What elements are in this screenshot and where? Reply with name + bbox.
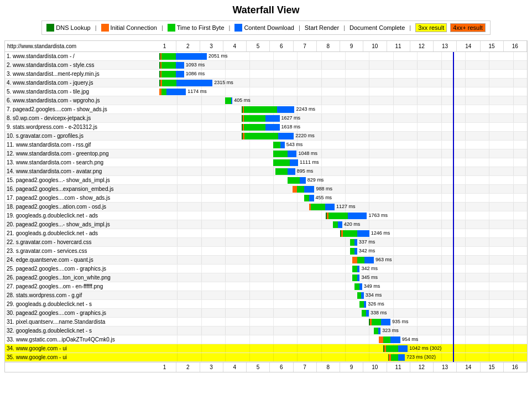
chart-row: 405 ms xyxy=(153,96,527,105)
bar-download xyxy=(359,283,362,290)
chart-row: 954 ms xyxy=(153,335,527,344)
time-label: 342 ms xyxy=(359,248,375,253)
time-label: 935 ms xyxy=(392,319,409,324)
tick-3: 3 xyxy=(200,41,223,51)
bar-download xyxy=(265,124,280,131)
url-row: 2. www.standardista.com - style.css xyxy=(5,61,153,70)
time-label: 2315 ms xyxy=(214,80,233,85)
bar-download xyxy=(278,133,294,139)
time-label: 345 ms xyxy=(361,274,378,280)
chart-row: 829 ms xyxy=(153,176,527,185)
bar-download xyxy=(290,159,298,166)
bar-download xyxy=(176,53,207,60)
url-row: 34. www.google.com - ui xyxy=(5,344,153,353)
bar-download xyxy=(366,310,369,317)
tick-footer: 12345678910111213141516 xyxy=(153,362,527,372)
url-rows-container: 1. www.standardista.com - /2. www.standa… xyxy=(5,52,153,362)
chart-row: 326 ms xyxy=(153,300,527,309)
bar-download xyxy=(398,345,408,352)
url-row: 26. pagead2.googles...ton_icon_white.png xyxy=(5,273,153,282)
initial-color-box xyxy=(101,24,109,32)
legend: DNS Lookup | Initial Connection | Time t… xyxy=(41,20,490,35)
chart-row: 338 ms xyxy=(153,309,527,318)
bar-download xyxy=(176,71,184,77)
time-label: 337 ms xyxy=(359,239,375,245)
url-row: 9. stats.wordpress.com - e-201312.js xyxy=(5,123,153,132)
legend-render: Start Render xyxy=(305,24,339,31)
download-color-box xyxy=(234,24,242,32)
tick-4: 4 xyxy=(223,41,247,51)
tick-footer-7: 7 xyxy=(294,362,317,372)
legend-download: Content Download xyxy=(234,24,294,32)
bar-ttfb xyxy=(374,328,378,334)
tick-9: 9 xyxy=(340,41,363,51)
bar-ttfb xyxy=(350,248,355,255)
bar-download xyxy=(176,80,212,86)
time-label: 2220 ms xyxy=(295,133,315,138)
bar-ttfb xyxy=(311,204,325,210)
legend-dns: DNS Lookup xyxy=(46,24,90,32)
url-row: 1. www.standardista.com - / xyxy=(5,52,153,61)
bar-ttfb xyxy=(161,62,176,69)
tick-1: 1 xyxy=(153,41,176,51)
bar-ttfb xyxy=(244,133,278,139)
time-label: 338 ms xyxy=(371,310,387,315)
bar-download xyxy=(357,230,369,237)
url-row: 32. googleads.g.doubleclick.net - s xyxy=(5,327,153,335)
chart-row: 342 ms xyxy=(153,265,527,273)
chart-row: 420 ms xyxy=(153,220,527,229)
bar-ttfb xyxy=(275,168,288,175)
chart-row: 1174 ms xyxy=(153,87,527,96)
legend-ttfb-label: Time to First Byte xyxy=(177,24,225,31)
bar-ttfb xyxy=(273,159,290,166)
bar-download xyxy=(348,213,367,219)
bar-download xyxy=(277,106,294,113)
chart-row: 1042 ms (302) xyxy=(153,344,527,353)
chart-row: 1111 ms xyxy=(153,158,527,167)
url-row: 4. www.standardista.com - jquery.js xyxy=(5,79,153,87)
url-row: 5. www.standardista.com - tile.jpg xyxy=(5,87,153,96)
legend-download-label: Content Download xyxy=(244,24,294,31)
time-label: 1174 ms xyxy=(187,89,207,94)
tick-15: 15 xyxy=(481,41,504,51)
url-row: 17. pagead2.googles....com - show_ads.js xyxy=(5,194,153,203)
bar-ttfb xyxy=(244,115,265,122)
url-row: 31. pixel.quantserv....name.Standardista xyxy=(5,318,153,327)
bar-ttfb xyxy=(354,283,359,290)
bar-initial xyxy=(352,257,357,263)
chart-row: 935 ms xyxy=(153,318,527,327)
legend-dns-label: DNS Lookup xyxy=(56,24,90,31)
bar-ttfb xyxy=(391,354,398,361)
chart-row: 963 ms xyxy=(153,256,527,265)
page-title: Waterfall View xyxy=(4,4,528,16)
bar-download xyxy=(288,151,296,157)
tick-footer-16: 16 xyxy=(504,362,527,372)
time-label: 2243 ms xyxy=(296,106,315,112)
url-row: 19. googleads.g.doubleclick.net - ads xyxy=(5,211,153,220)
bar-initial xyxy=(293,186,298,193)
bar-ttfb xyxy=(383,336,390,343)
url-row: 28. stats.wordpress.com - g.gif xyxy=(5,291,153,300)
bar-download xyxy=(304,186,314,193)
chart-row: 1086 ms xyxy=(153,70,527,79)
chart-rows-container: 2051 ms1093 ms1086 ms2315 ms1174 ms405 m… xyxy=(153,52,527,362)
bar-ttfb xyxy=(244,106,278,113)
chart-row: 723 ms (302) xyxy=(153,353,527,362)
time-label: 543 ms xyxy=(286,142,303,147)
tick-16: 16 xyxy=(504,41,527,51)
time-label: 1763 ms xyxy=(368,213,388,218)
url-row: 3. www.standardist...ment-reply.min.js xyxy=(5,70,153,79)
tick-11: 11 xyxy=(387,41,410,51)
bar-ttfb xyxy=(350,239,355,246)
bar-ttfb xyxy=(343,230,357,237)
time-label: 954 ms xyxy=(402,336,419,342)
tick-footer-4: 4 xyxy=(223,362,247,372)
tick-footer-5: 5 xyxy=(247,362,270,372)
tick-14: 14 xyxy=(457,41,480,51)
chart-row: 345 ms xyxy=(153,273,527,282)
tick-6: 6 xyxy=(270,41,293,51)
url-row: 30. pagead2.googles....com - graphics.js xyxy=(5,309,153,318)
time-label: 829 ms xyxy=(307,177,324,183)
bar-ttfb xyxy=(372,319,381,325)
url-row: 33. www.gstatic.com...ipOakZTru4QCmk0.js xyxy=(5,335,153,344)
